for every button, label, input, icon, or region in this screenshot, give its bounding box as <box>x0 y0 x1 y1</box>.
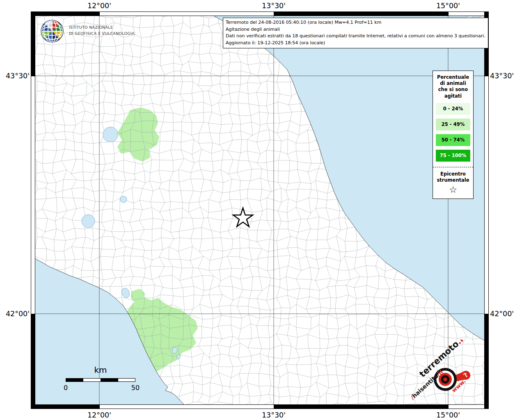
legend-label-50-74: 50 - 74% <box>442 137 465 143</box>
axis-label-bottom-2: 13°30' <box>256 411 291 419</box>
axis-label-left-1: 43°30' <box>0 72 30 80</box>
ingv-name-line2: DI GEOFISICA E VULCANOLOGIA <box>69 31 135 37</box>
scale-unit-label: km <box>62 365 140 375</box>
legend-divider <box>433 167 473 167</box>
ingv-globe-icon <box>39 18 65 44</box>
epicenter-star-icon: ☆ <box>435 185 471 194</box>
legend-label-0-24: 0 - 24% <box>443 106 463 112</box>
scale-segment <box>66 379 83 381</box>
scale-segment <box>118 379 135 381</box>
axis-label-top-2: 13°30' <box>256 2 291 10</box>
axis-label-bottom-1: 12°00' <box>82 411 117 419</box>
scale-tick-end: 50 <box>131 384 140 392</box>
lake-vico <box>120 196 127 203</box>
info-line-topic: Agitazione degli animali <box>226 26 485 33</box>
axis-label-right-1: 43°30' <box>490 72 515 80</box>
map-page: 12°00' 13°30' 15°00' 12°00' 13°30' 15°00… <box>0 0 515 420</box>
legend-swatch-75-100: 75 - 100% <box>436 150 470 162</box>
legend-swatch-0-24: 0 - 24% <box>436 103 470 115</box>
axis-label-right-2: 42°00' <box>490 310 515 318</box>
axis-label-top-3: 15°00' <box>431 2 465 10</box>
scale-segment <box>101 379 118 381</box>
axis-label-top-1: 12°00' <box>82 2 117 10</box>
scale-segment <box>83 379 101 381</box>
legend: Percentuale di animali che si sono agita… <box>433 71 474 199</box>
info-line-updated: Aggiornato il: 19-12-2025 18:54 (ora loc… <box>226 40 485 47</box>
haisentitoilterremoto-logo[interactable]: terremoto.it /haisentito/il www. ? <box>406 340 505 413</box>
info-line-source: Dati non verificati estratti da 18 quest… <box>226 33 485 40</box>
scale-tick-start: 0 <box>64 384 68 392</box>
legend-epicenter-title: Epicentro strumentale <box>435 171 471 183</box>
legend-label-25-49: 25 - 49% <box>442 121 465 127</box>
legend-swatch-25-49: 25 - 49% <box>436 119 470 130</box>
ingv-logo[interactable]: ISTITUTO NAZIONALE DI GEOFISICA E VULCAN… <box>39 18 135 44</box>
scale-bar-segments <box>66 378 135 382</box>
scale-bar: km 0 50 <box>62 365 140 382</box>
ingv-name-line1: ISTITUTO NAZIONALE <box>69 25 135 31</box>
legend-title: Percentuale di animali che si sono agita… <box>435 74 471 99</box>
lake-bolsena <box>103 127 118 142</box>
earthquake-info-box: Terremoto del 24-08-2016 05:40:10 (ora l… <box>223 18 488 48</box>
ingv-name: ISTITUTO NAZIONALE DI GEOFISICA E VULCAN… <box>69 18 135 37</box>
legend-label-75-100: 75 - 100% <box>440 153 466 158</box>
axis-label-left-2: 42°00' <box>0 310 30 318</box>
info-line-event: Terremoto del 24-08-2016 05:40:10 (ora l… <box>226 19 485 26</box>
lake-bracciano <box>82 215 95 228</box>
legend-swatch-50-74: 50 - 74% <box>436 134 470 146</box>
